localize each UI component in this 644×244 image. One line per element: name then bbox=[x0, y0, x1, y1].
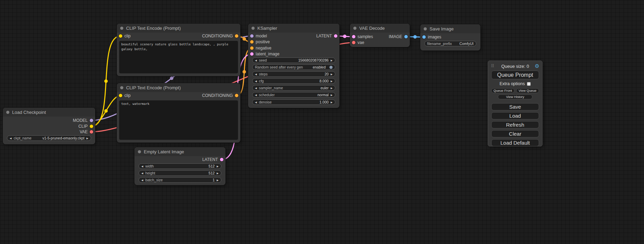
refresh-button[interactable]: Refresh bbox=[491, 121, 539, 128]
decrement-arrow-icon[interactable]: ◀ bbox=[141, 172, 143, 174]
widget-cfg[interactable]: ◀ cfg 8.000 ▶ bbox=[252, 78, 335, 84]
widget-height[interactable]: ◀ height 512 ▶ bbox=[139, 170, 221, 176]
node-title-bar[interactable]: Load Checkpoint bbox=[3, 108, 95, 117]
node-title-bar[interactable]: CLIP Text Encode (Prompt) bbox=[117, 24, 240, 33]
input-slot-model[interactable]: model bbox=[250, 33, 267, 39]
slot-dot-model[interactable] bbox=[90, 119, 93, 122]
decrement-arrow-icon[interactable]: ◀ bbox=[141, 179, 143, 181]
queue-prompt-button[interactable]: Queue Prompt bbox=[491, 71, 539, 79]
increment-arrow-icon[interactable]: ▶ bbox=[331, 73, 333, 75]
widget-control-after-generate[interactable]: Random seed after every gen enabled bbox=[252, 64, 335, 70]
slot-dot-conditioning[interactable] bbox=[235, 94, 238, 97]
widget-sampler-name[interactable]: ◀ sampler_name euler ▶ bbox=[252, 85, 335, 91]
decrement-arrow-icon[interactable]: ◀ bbox=[10, 137, 11, 139]
slot-dot-image[interactable] bbox=[404, 35, 408, 38]
extra-options-checkbox[interactable] bbox=[527, 82, 531, 86]
widget-denoise[interactable]: ◀ denoise 1.000 ▶ bbox=[252, 99, 335, 105]
slot-dot-clip[interactable] bbox=[90, 125, 93, 128]
decrement-arrow-icon[interactable]: ◀ bbox=[255, 101, 257, 103]
increment-arrow-icon[interactable]: ▶ bbox=[217, 172, 219, 174]
collapse-dot[interactable] bbox=[120, 86, 123, 89]
node-title-bar[interactable]: CLIP Text Encode (Prompt) bbox=[117, 83, 240, 92]
increment-arrow-icon[interactable]: ▶ bbox=[331, 94, 333, 96]
widget-filename-prefix[interactable]: filename_prefix ComfyUI bbox=[424, 41, 476, 46]
view-history-button[interactable]: View History bbox=[498, 94, 532, 99]
increment-arrow-icon[interactable]: ▶ bbox=[331, 87, 333, 89]
slot-dot-latent-image[interactable] bbox=[250, 52, 254, 56]
slot-dot-clip[interactable] bbox=[119, 34, 122, 38]
increment-arrow-icon[interactable]: ▶ bbox=[331, 101, 333, 103]
node-title-bar[interactable]: Save Image bbox=[420, 24, 480, 33]
slot-dot-clip[interactable] bbox=[119, 94, 122, 97]
slot-dot-vae[interactable] bbox=[352, 41, 355, 44]
slot-dot-model[interactable] bbox=[250, 34, 254, 38]
collapse-dot[interactable] bbox=[424, 27, 427, 30]
widget-steps[interactable]: ◀ steps 20 ▶ bbox=[252, 71, 335, 77]
increment-arrow-icon[interactable]: ▶ bbox=[87, 137, 88, 139]
queue-front-button[interactable]: Queue Front bbox=[491, 88, 514, 93]
node-save-image[interactable]: Save Image images filename_prefix ComfyU… bbox=[420, 24, 480, 51]
collapse-dot[interactable] bbox=[353, 27, 356, 30]
input-slot-negative[interactable]: negative bbox=[250, 45, 271, 51]
input-slot-vae[interactable]: vae bbox=[352, 40, 364, 45]
input-slot-samples[interactable]: samples bbox=[352, 34, 373, 39]
slot-dot-images[interactable] bbox=[422, 35, 426, 39]
input-slot-images[interactable]: images bbox=[422, 34, 441, 40]
decrement-arrow-icon[interactable]: ◀ bbox=[255, 87, 257, 89]
slot-dot-negative[interactable] bbox=[250, 46, 254, 50]
decrement-arrow-icon[interactable]: ◀ bbox=[255, 80, 257, 82]
decrement-arrow-icon[interactable]: ◀ bbox=[255, 73, 257, 75]
node-clip-text-encode-negative[interactable]: CLIP Text Encode (Prompt) clip CONDITION… bbox=[117, 83, 240, 143]
input-slot-clip[interactable]: clip bbox=[119, 93, 131, 98]
decrement-arrow-icon[interactable]: ◀ bbox=[255, 94, 257, 96]
load-button[interactable]: Load bbox=[491, 112, 539, 119]
increment-arrow-icon[interactable]: ▶ bbox=[217, 179, 219, 181]
output-slot-model[interactable]: MODEL bbox=[73, 118, 93, 123]
output-slot-latent[interactable]: LATENT bbox=[202, 157, 223, 162]
increment-arrow-icon[interactable]: ▶ bbox=[331, 59, 333, 62]
slot-dot-positive[interactable] bbox=[250, 40, 254, 44]
slot-dot-vae[interactable] bbox=[90, 130, 93, 134]
widget-width[interactable]: ◀ width 512 ▶ bbox=[139, 163, 221, 169]
output-slot-clip[interactable]: CLIP bbox=[78, 124, 93, 129]
input-slot-positive[interactable]: positive bbox=[250, 39, 270, 45]
slot-dot-latent[interactable] bbox=[220, 158, 223, 161]
graph-canvas[interactable]: Load Checkpoint MODEL CLIP VAE ◀ ckpt_na… bbox=[0, 0, 644, 244]
widget-scheduler[interactable]: ◀ scheduler normal ▶ bbox=[252, 92, 335, 98]
settings-gear-icon[interactable]: ⚙ bbox=[535, 63, 539, 69]
node-title-bar[interactable]: Empty Latent Image bbox=[134, 147, 226, 156]
slot-dot-latent[interactable] bbox=[334, 34, 337, 38]
node-vae-decode[interactable]: VAE Decode samples vae IMAGE bbox=[350, 24, 410, 47]
collapse-dot[interactable] bbox=[138, 150, 141, 153]
load-default-button[interactable]: Load Default bbox=[491, 139, 539, 146]
collapse-dot[interactable] bbox=[6, 111, 9, 114]
node-title-bar[interactable]: VAE Decode bbox=[350, 24, 410, 33]
prompt-textarea[interactable]: beautiful scenery nature glass bottle la… bbox=[119, 41, 238, 73]
output-slot-conditioning[interactable]: CONDITIONING bbox=[202, 33, 238, 39]
output-slot-latent[interactable]: LATENT bbox=[316, 33, 337, 39]
node-load-checkpoint[interactable]: Load Checkpoint MODEL CLIP VAE ◀ ckpt_na… bbox=[3, 108, 95, 144]
node-title-bar[interactable]: KSampler bbox=[248, 24, 339, 33]
node-clip-text-encode-positive[interactable]: CLIP Text Encode (Prompt) clip CONDITION… bbox=[117, 24, 240, 76]
output-slot-image[interactable]: IMAGE bbox=[389, 34, 408, 39]
widget-seed[interactable]: ◀ seed 156680208700286 ▶ bbox=[252, 57, 335, 63]
save-button[interactable]: Save bbox=[491, 103, 539, 110]
collapse-dot[interactable] bbox=[252, 27, 255, 30]
collapse-dot[interactable] bbox=[120, 27, 123, 30]
input-slot-latent-image[interactable]: latent_image bbox=[250, 51, 280, 57]
drag-handle-icon[interactable]: ⠿ bbox=[491, 63, 494, 69]
increment-arrow-icon[interactable]: ▶ bbox=[331, 80, 333, 82]
decrement-arrow-icon[interactable]: ◀ bbox=[141, 165, 143, 168]
clear-button[interactable]: Clear bbox=[491, 130, 539, 137]
output-slot-vae[interactable]: VAE bbox=[80, 129, 93, 135]
slot-dot-conditioning[interactable] bbox=[235, 34, 238, 38]
slot-dot-samples[interactable] bbox=[352, 35, 355, 38]
input-slot-clip[interactable]: clip bbox=[119, 33, 131, 39]
widget-ckpt-name[interactable]: ◀ ckpt_name v1-5-pruned-emaonly.ckpt ▶ bbox=[7, 135, 91, 141]
view-queue-button[interactable]: View Queue bbox=[516, 88, 539, 93]
output-slot-conditioning[interactable]: CONDITIONING bbox=[202, 93, 238, 98]
widget-batch-size[interactable]: ◀ batch_size 1 ▶ bbox=[139, 177, 221, 183]
prompt-textarea[interactable]: text, watermark bbox=[119, 100, 238, 140]
decrement-arrow-icon[interactable]: ◀ bbox=[255, 59, 257, 62]
increment-arrow-icon[interactable]: ▶ bbox=[217, 165, 219, 168]
